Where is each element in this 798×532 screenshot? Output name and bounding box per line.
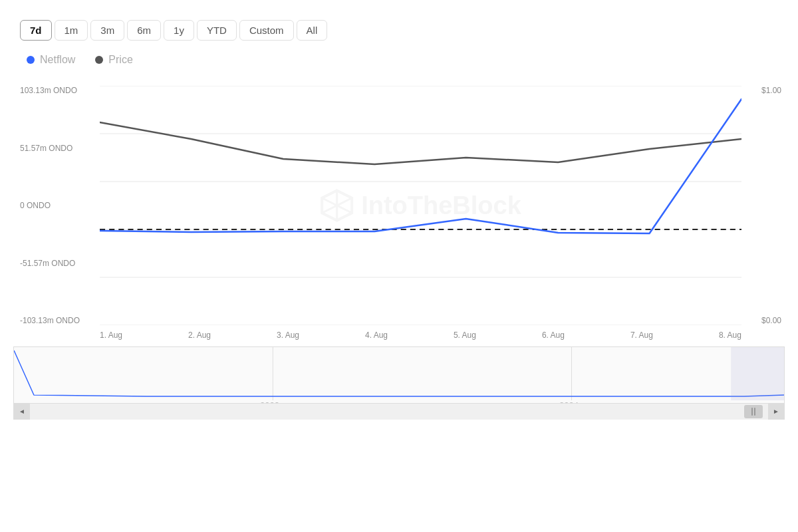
btn-1m[interactable]: 1m: [55, 20, 88, 41]
y-label-top: 103.13m ONDO: [20, 86, 100, 95]
price-line: [100, 122, 741, 164]
scroll-thumb[interactable]: [744, 405, 763, 418]
x-axis: 1. Aug 2. Aug 3. Aug 4. Aug 5. Aug 6. Au…: [13, 325, 785, 340]
chart-svg-wrapper: IntoTheBlock: [100, 86, 741, 325]
time-range-buttons: 7d 1m 3m 6m 1y YTD Custom All: [13, 20, 785, 41]
price-dot: [95, 56, 103, 64]
chart-legend: Netflow Price: [13, 54, 785, 66]
mini-netflow-line: [14, 350, 784, 396]
scroll-track[interactable]: [30, 404, 768, 420]
x-label-2: 2. Aug: [188, 331, 211, 340]
y-label-2: 51.57m ONDO: [20, 144, 100, 153]
x-label-4: 4. Aug: [365, 331, 388, 340]
legend-netflow: Netflow: [27, 54, 75, 66]
price-label: Price: [108, 54, 132, 66]
x-label-5: 5. Aug: [454, 331, 476, 340]
x-label-8: 8. Aug: [719, 331, 741, 340]
netflow-label: Netflow: [40, 54, 75, 66]
btn-ytd[interactable]: YTD: [197, 20, 237, 41]
mini-chart[interactable]: 2023 2024 ◄ ►: [13, 346, 785, 420]
btn-all[interactable]: All: [297, 20, 328, 41]
btn-3m[interactable]: 3m: [90, 20, 124, 41]
scrollbar[interactable]: ◄ ►: [14, 403, 784, 419]
main-chart-area: 103.13m ONDO 51.57m ONDO 0 ONDO -51.57m …: [13, 86, 785, 325]
netflow-dot: [27, 56, 35, 64]
y-label-bottom: -103.13m ONDO: [20, 316, 100, 325]
scroll-thumb-line-1: [751, 408, 753, 416]
btn-6m[interactable]: 6m: [127, 20, 161, 41]
main-container: 7d 1m 3m 6m 1y YTD Custom All Netflow Pr…: [0, 0, 798, 532]
x-label-1: 1. Aug: [100, 331, 122, 340]
legend-price: Price: [95, 54, 132, 66]
y-right-bottom: $0.00: [761, 316, 781, 325]
scroll-left-arrow[interactable]: ◄: [14, 404, 30, 420]
y-axis-left: 103.13m ONDO 51.57m ONDO 0 ONDO -51.57m …: [13, 86, 100, 325]
y-label-neg1: -51.57m ONDO: [20, 259, 100, 268]
mini-chart-selection: [731, 347, 784, 400]
btn-custom[interactable]: Custom: [239, 20, 294, 41]
netflow-line: [100, 99, 741, 233]
main-chart-svg: [100, 86, 741, 325]
y-axis-right: $1.00 $0.00: [745, 86, 785, 325]
x-label-6: 6. Aug: [542, 331, 565, 340]
scroll-right-arrow[interactable]: ►: [768, 404, 784, 420]
y-right-top: $1.00: [761, 86, 781, 95]
mini-chart-svg: [14, 347, 784, 400]
scroll-thumb-line-2: [754, 408, 755, 416]
x-label-7: 7. Aug: [630, 331, 653, 340]
btn-1y[interactable]: 1y: [164, 20, 194, 41]
y-label-zero: 0 ONDO: [20, 201, 100, 210]
x-label-3: 3. Aug: [277, 331, 299, 340]
btn-7d[interactable]: 7d: [20, 20, 52, 41]
